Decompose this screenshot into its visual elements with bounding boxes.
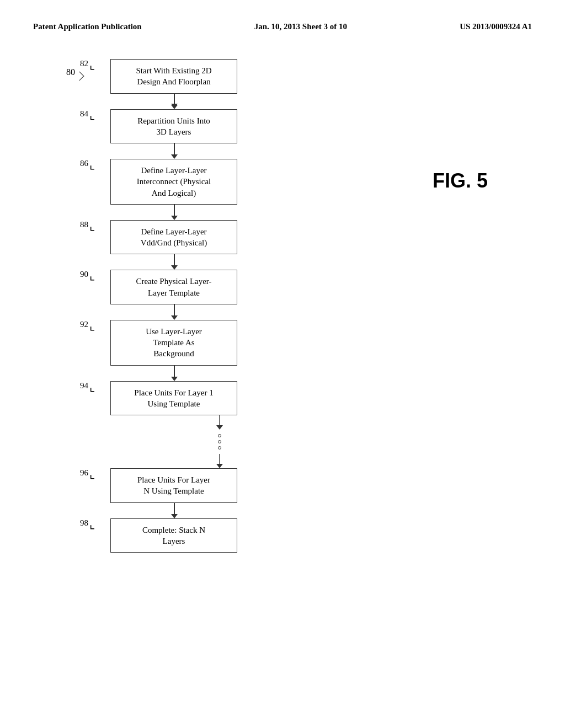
step-label-96: 96 ⌞ (80, 468, 95, 479)
arrow-92-94 (174, 366, 175, 381)
flow-box-88: Define Layer-LayerVdd/Gnd (Physical) (110, 220, 237, 255)
header-right: US 2013/0009324 A1 (460, 22, 532, 31)
header-center: Jan. 10, 2013 Sheet 3 of 10 (254, 22, 347, 31)
arrow-82-84 (174, 94, 175, 109)
flow-box-92: Use Layer-LayerTemplate AsBackground (110, 320, 237, 366)
flow-item-98: 98 ⌞ Complete: Stack NLayers (110, 518, 265, 553)
dots-section (174, 415, 265, 468)
flow-item-82: 82 ⌞ Start With Existing 2DDesign And Fl… (110, 59, 265, 94)
flow-item-88: 88 ⌞ Define Layer-LayerVdd/Gnd (Physical… (110, 220, 265, 255)
dot-2 (218, 440, 221, 443)
step-label-82: 82 ⌞ (80, 59, 95, 70)
step-label-84: 84 ⌞ (80, 109, 95, 120)
step-label-94: 94 ⌞ (80, 381, 95, 392)
step-label-86: 86 ⌞ (80, 159, 95, 170)
figure-label: FIG. 5 (433, 169, 488, 192)
flow-box-94: Place Units For Layer 1Using Template (110, 381, 237, 416)
arrow-86-88 (174, 205, 175, 220)
step-label-90: 90 ⌞ (80, 270, 95, 281)
flow-box-96: Place Units For LayerN Using Template (110, 468, 237, 503)
header-left: Patent Application Publication (33, 22, 142, 31)
outer-node-label: 80 (66, 67, 75, 77)
dot-3 (218, 446, 221, 449)
diagram-area: FIG. 5 80 82 ⌞ Start With Existing 2DDes… (66, 59, 532, 553)
flow-item-96: 96 ⌞ Place Units For LayerN Using Templa… (110, 468, 265, 503)
flow-item-92: 92 ⌞ Use Layer-LayerTemplate AsBackgroun… (110, 320, 265, 366)
arrow-90-92 (174, 304, 175, 320)
flow-item-86: 86 ⌞ Define Layer-LayerInterconnect (Phy… (110, 159, 265, 205)
flow-item-90: 90 ⌞ Create Physical Layer-Layer Templat… (110, 270, 265, 304)
step-label-98: 98 ⌞ (80, 518, 95, 529)
flow-box-98: Complete: Stack NLayers (110, 518, 237, 553)
arrow-96-98 (174, 503, 175, 518)
step-label-88: 88 ⌞ (80, 220, 95, 231)
dot-1 (218, 434, 221, 437)
flow-container: 82 ⌞ Start With Existing 2DDesign And Fl… (110, 59, 265, 553)
page: Patent Application Publication Jan. 10, … (0, 0, 565, 728)
step-label-92: 92 ⌞ (80, 320, 95, 331)
flow-box-84: Repartition Units Into3D Layers (110, 109, 237, 144)
flow-box-90: Create Physical Layer-Layer Template (110, 270, 237, 304)
flow-box-82: Start With Existing 2DDesign And Floorpl… (110, 59, 237, 94)
flow-box-86: Define Layer-LayerInterconnect (Physical… (110, 159, 237, 205)
flow-item-94: 94 ⌞ Place Units For Layer 1Using Templa… (110, 381, 265, 416)
arrow-88-90 (174, 254, 175, 270)
arrow-84-86 (174, 143, 175, 159)
flow-item-84: 84 ⌞ Repartition Units Into3D Layers (110, 109, 265, 144)
header: Patent Application Publication Jan. 10, … (33, 22, 532, 31)
